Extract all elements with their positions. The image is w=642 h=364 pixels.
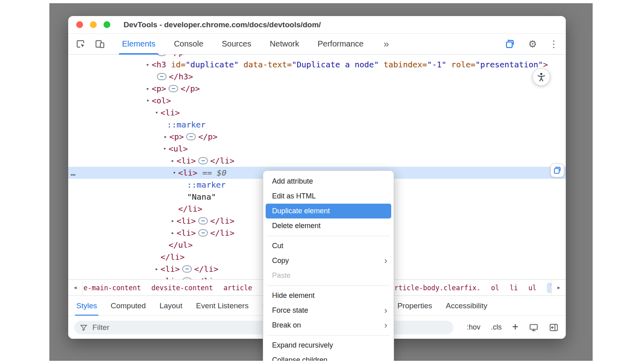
expand-arrow-icon[interactable]: ▸ <box>145 59 151 71</box>
breadcrumb-item-li[interactable]: li <box>510 284 518 292</box>
node-token: data-text= <box>239 60 292 69</box>
inline-expand-icon[interactable]: ⋯ <box>198 217 208 224</box>
inline-expand-icon[interactable]: ⋯ <box>186 133 196 140</box>
node-token: </p> <box>181 84 200 93</box>
minimize-window-button[interactable] <box>90 21 97 28</box>
inline-expand-icon[interactable]: ⋯ <box>198 157 208 164</box>
new-style-rule-button[interactable]: + <box>512 321 518 333</box>
tree-row[interactable]: ▸<li>⋯</li> <box>68 155 566 167</box>
accessibility-icon[interactable] <box>532 68 550 86</box>
menu-item-edit-as-html[interactable]: Edit as HTML <box>263 189 394 204</box>
node-token: "-1" <box>427 60 446 69</box>
sidebar-tab-styles[interactable]: Styles <box>76 296 97 316</box>
tab-console[interactable]: Console <box>174 34 203 55</box>
tree-row[interactable]: ⋯</p> <box>68 55 566 59</box>
tree-row[interactable]: ▾<li> <box>68 107 566 119</box>
menu-item-add-attribute[interactable]: Add attribute <box>263 174 394 189</box>
backdrop: DevTools - developer.chrome.com/docs/dev… <box>49 3 593 361</box>
menu-item-cut[interactable]: Cut <box>263 239 394 253</box>
tree-row[interactable]: ▾<ul> <box>68 143 566 155</box>
inline-expand-icon[interactable]: ⋯ <box>169 85 178 92</box>
toggle-sidebar-icon[interactable] <box>549 323 559 332</box>
inline-expand-icon[interactable]: ⋯ <box>198 229 208 237</box>
sidebar-tab-event-listeners[interactable]: Event Listeners <box>196 296 248 316</box>
title-bar: DevTools - developer.chrome.com/docs/dev… <box>68 16 566 34</box>
menu-item-duplicate-element[interactable]: Duplicate element <box>266 204 391 218</box>
pseudo-state-toggle[interactable]: :hov <box>467 323 480 332</box>
collapse-arrow-icon[interactable]: ▾ <box>145 95 151 107</box>
expand-arrow-icon[interactable]: ▸ <box>154 263 160 275</box>
inline-expand-icon[interactable]: ⋯ <box>157 55 167 56</box>
more-tabs-icon[interactable]: » <box>384 38 388 50</box>
expand-arrow-icon[interactable]: ▸ <box>170 215 176 227</box>
tree-row[interactable]: ::marker <box>68 119 566 131</box>
kebab-menu-icon[interactable]: ⋮ <box>549 39 559 49</box>
breadcrumb-scroll-left-icon[interactable]: ◀ <box>68 280 83 295</box>
collapse-arrow-icon[interactable]: ▾ <box>171 167 177 179</box>
breadcrumb-item-e-main-content[interactable]: e-main-content <box>83 284 141 292</box>
node-token: ::marker <box>187 180 226 190</box>
expand-arrow-icon[interactable]: ▸ <box>154 275 160 279</box>
breadcrumb-item-article[interactable]: article <box>223 284 252 292</box>
tree-row[interactable]: ▸<h3 id="duplicate" data-text="Duplicate… <box>68 59 566 71</box>
sidebar-tab-properties[interactable]: Properties <box>397 296 432 316</box>
menu-item-collapse-children[interactable]: Collapse children <box>263 353 394 361</box>
node-token: </ul> <box>169 240 193 250</box>
tree-row[interactable]: ▸<p>⋯</p> <box>68 131 566 143</box>
tab-sources[interactable]: Sources <box>222 34 251 55</box>
menu-item-expand-recursively[interactable]: Expand recursively <box>263 338 394 353</box>
rendering-emulation-icon[interactable] <box>529 323 538 332</box>
tab-network[interactable]: Network <box>270 34 299 55</box>
menu-item-break-on[interactable]: Break on› <box>263 318 394 333</box>
expand-arrow-icon[interactable]: ▸ <box>170 155 176 167</box>
menu-item-paste: Paste <box>263 268 394 283</box>
menu-item-label: Force state <box>272 306 308 314</box>
menu-item-label: Delete element <box>272 222 321 230</box>
node-token: > <box>543 60 548 69</box>
row-gutter-dots[interactable]: … <box>71 167 76 179</box>
inline-expand-icon[interactable]: ⋯ <box>157 73 167 80</box>
sidebar-tab-layout[interactable]: Layout <box>159 296 182 316</box>
sidebar-tab-computed[interactable]: Computed <box>111 296 146 316</box>
tree-row[interactable]: ▸<p>⋯</p> <box>68 83 566 95</box>
element-class-toggle[interactable]: .cls <box>491 323 502 332</box>
menu-item-label: Paste <box>272 271 291 279</box>
breadcrumb-item-ol[interactable]: ol <box>491 284 499 292</box>
device-toolbar-icon[interactable] <box>94 38 106 50</box>
menu-item-hide-element[interactable]: Hide element <box>263 288 394 303</box>
collapse-arrow-icon[interactable]: ▾ <box>162 143 168 155</box>
menu-item-force-state[interactable]: Force state› <box>263 303 394 318</box>
node-token: id= <box>166 60 185 69</box>
tree-row[interactable]: ▾<ol> <box>68 95 566 107</box>
menu-item-copy[interactable]: Copy› <box>263 253 394 268</box>
expand-arrow-icon[interactable]: ▸ <box>170 227 176 239</box>
zoom-window-button[interactable] <box>104 21 110 28</box>
close-window-button[interactable] <box>76 21 83 28</box>
duplicate-feature-icon[interactable] <box>504 38 516 50</box>
tab-performance[interactable]: Performance <box>318 34 364 55</box>
breadcrumb-item-devsite-content[interactable]: devsite-content <box>151 284 213 292</box>
inspect-element-icon[interactable] <box>75 38 87 50</box>
node-token: ::marker <box>167 120 205 129</box>
node-token: </p> <box>198 132 217 142</box>
inline-expand-icon[interactable]: ⋯ <box>182 265 192 273</box>
sidebar-tab-accessibility[interactable]: Accessibility <box>446 296 487 316</box>
node-token: </h3> <box>169 72 193 81</box>
expand-arrow-icon[interactable]: ▸ <box>145 83 151 95</box>
expand-arrow-icon[interactable]: ▸ <box>163 131 169 143</box>
node-token: </li> <box>210 216 234 226</box>
collapse-arrow-icon[interactable]: ▾ <box>154 107 160 119</box>
tab-elements[interactable]: Elements <box>122 34 155 55</box>
node-token: </li> <box>210 228 234 238</box>
breadcrumb-item-ul[interactable]: ul <box>528 284 536 292</box>
menu-item-label: Expand recursively <box>272 341 333 349</box>
duplicate-node-badge-icon[interactable] <box>551 164 564 177</box>
tree-row[interactable]: ⋯</h3> <box>68 71 566 83</box>
breadcrumb-item-article-body-clearfix-[interactable]: article-body.clearfix. <box>390 284 480 292</box>
settings-gear-icon[interactable]: ⚙ <box>528 39 537 49</box>
node-token: tabindex= <box>379 60 427 69</box>
menu-item-delete-element[interactable]: Delete element <box>263 218 394 233</box>
menu-item-label: Copy <box>272 257 289 265</box>
node-token: <li> <box>160 276 180 279</box>
breadcrumb-scroll-right-icon[interactable]: ▶ <box>551 280 566 295</box>
